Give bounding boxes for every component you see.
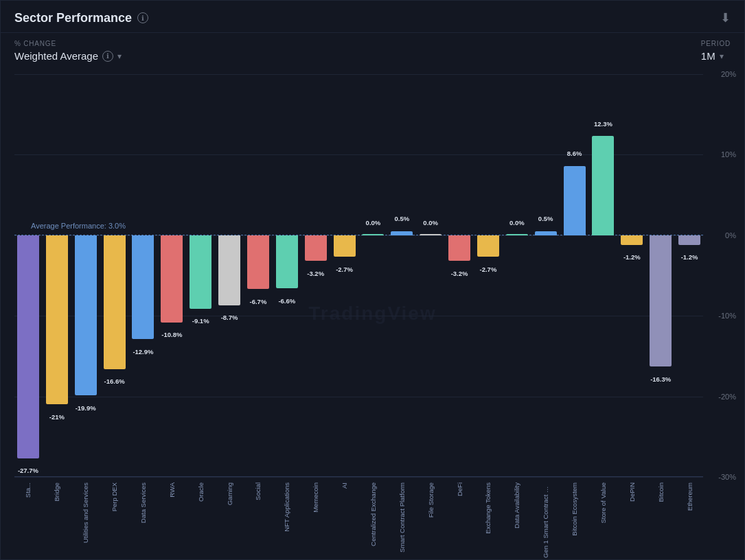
- x-label-item: File Storage: [417, 482, 444, 517]
- period-dropdown-arrow[interactable]: ▾: [720, 51, 724, 61]
- bar[interactable]: [621, 235, 643, 245]
- bar[interactable]: [104, 235, 126, 369]
- x-label-item: DePIN: [618, 482, 645, 502]
- bar[interactable]: [247, 235, 269, 290]
- bar-group: -16.6%: [101, 74, 128, 477]
- bar-group: 12.3%: [590, 74, 617, 477]
- x-label-item: Smart Contract Platform: [388, 482, 415, 552]
- period-selector[interactable]: 1M ▾: [701, 50, 731, 62]
- bar[interactable]: [535, 231, 557, 235]
- x-label-text: Bitcoin: [657, 482, 665, 502]
- bar-group: 0.0%: [503, 74, 531, 477]
- bar-group: -1.2%: [618, 74, 645, 477]
- bar-value-label: -16.3%: [650, 375, 671, 383]
- bar-group: -27.7%: [14, 74, 42, 477]
- bar-value-label: -9.1%: [192, 317, 209, 325]
- x-label-text: RWA: [168, 482, 176, 498]
- x-label-item: Gaming: [216, 482, 243, 505]
- x-label-item: Data Services: [130, 482, 157, 523]
- bar-value-label: -12.9%: [133, 348, 153, 355]
- wa-info-icon[interactable]: ℹ: [102, 51, 113, 62]
- x-label-item: Bitcoin Ecosystem: [561, 482, 588, 536]
- bar-group: -9.1%: [187, 74, 214, 477]
- bar[interactable]: [678, 235, 700, 245]
- bar-group: -12.9%: [130, 74, 157, 477]
- y-label: -20%: [718, 393, 736, 401]
- bar-group: -10.8%: [158, 74, 185, 477]
- bar-value-label: -2.7%: [480, 266, 497, 273]
- grid-line: [14, 477, 703, 478]
- x-label-item: Bridge: [43, 482, 71, 501]
- bar[interactable]: [650, 235, 672, 366]
- bar-group: 8.6%: [561, 74, 588, 477]
- bar[interactable]: [218, 235, 240, 305]
- bar-value-label: -8.7%: [221, 314, 238, 321]
- y-label: 20%: [721, 70, 736, 78]
- bar[interactable]: [506, 234, 528, 235]
- bar-value-label: -10.8%: [161, 331, 182, 338]
- bar-value-label: 0.0%: [423, 219, 438, 226]
- bar[interactable]: [305, 235, 327, 261]
- bar[interactable]: [391, 231, 413, 235]
- download-icon[interactable]: ⬇: [720, 10, 731, 25]
- info-icon[interactable]: ℹ: [137, 12, 148, 23]
- weighted-average-value: Weighted Average: [14, 50, 98, 62]
- bar[interactable]: [161, 235, 183, 323]
- x-label-text: NFT Applications: [283, 482, 290, 532]
- controls-bar: % CHANGE Weighted Average ℹ ▾ PERIOD 1M …: [1, 33, 744, 67]
- bar-group: -19.9%: [72, 74, 100, 477]
- x-label-text: Data Availability: [513, 482, 520, 528]
- x-label-text: Social: [254, 482, 262, 500]
- y-label: 10%: [721, 150, 736, 159]
- main-container: Sector Performance ℹ ⬇ % CHANGE Weighted…: [0, 0, 745, 560]
- x-label-item: Bitcoin: [647, 482, 674, 502]
- period-label: PERIOD: [701, 40, 731, 47]
- bar[interactable]: [17, 235, 39, 458]
- x-label-item: Perp DEX: [101, 482, 128, 511]
- bar[interactable]: [564, 166, 586, 235]
- x-label-text: DeFi: [456, 482, 463, 496]
- bars-container: -27.7%-21%-19.9%-16.6%-12.9%-10.8%-9.1%-…: [14, 74, 703, 477]
- bar[interactable]: [448, 235, 470, 261]
- bar-value-label: -3.2%: [307, 270, 324, 277]
- bar-group: -2.7%: [474, 74, 502, 477]
- bar[interactable]: [132, 235, 154, 339]
- x-label-item: Sta...: [14, 482, 42, 498]
- page-title: Sector Performance: [14, 11, 132, 25]
- weighted-average-selector[interactable]: Weighted Average ℹ ▾: [14, 50, 122, 62]
- x-label-text: Centralized Exchange: [369, 482, 377, 546]
- bar-value-label: -3.2%: [451, 270, 468, 277]
- bar-group: -8.7%: [216, 74, 243, 477]
- wa-dropdown-arrow[interactable]: ▾: [117, 51, 122, 61]
- bar-value-label: -19.9%: [76, 404, 96, 412]
- bar-group: -21%: [43, 74, 71, 477]
- bar[interactable]: [592, 136, 614, 235]
- x-label-item: Oracle: [187, 482, 214, 502]
- bar-value-label: -2.7%: [336, 266, 353, 273]
- bar[interactable]: [334, 235, 356, 257]
- x-label-item: Utilities and Services: [72, 482, 100, 543]
- bar-value-label: 8.6%: [567, 150, 582, 157]
- x-label-item: Ethereum: [676, 482, 703, 511]
- x-label-text: DePIN: [628, 482, 636, 502]
- bar[interactable]: [420, 234, 442, 235]
- header: Sector Performance ℹ ⬇: [1, 1, 744, 33]
- bar-value-label: 0.0%: [366, 219, 381, 226]
- period-value: 1M: [701, 50, 715, 62]
- bar[interactable]: [190, 235, 211, 309]
- x-label-text: File Storage: [427, 482, 435, 517]
- x-label-item: Exchange Tokens: [474, 482, 502, 534]
- bar[interactable]: [46, 235, 68, 405]
- x-label-text: Store of Value: [599, 482, 607, 524]
- bar-group: -6.7%: [244, 74, 272, 477]
- x-label-text: Bitcoin Ecosystem: [571, 482, 578, 536]
- bar[interactable]: [75, 235, 97, 396]
- bar-group: -3.2%: [302, 74, 330, 477]
- bar[interactable]: [362, 234, 384, 235]
- x-label-item: Memecoin: [302, 482, 330, 513]
- bar-value-label: -16.6%: [104, 377, 125, 385]
- x-label-item: Centralized Exchange: [360, 482, 387, 546]
- bar[interactable]: [276, 235, 298, 288]
- bar[interactable]: [477, 235, 499, 257]
- bar-value-label: -21%: [49, 413, 65, 421]
